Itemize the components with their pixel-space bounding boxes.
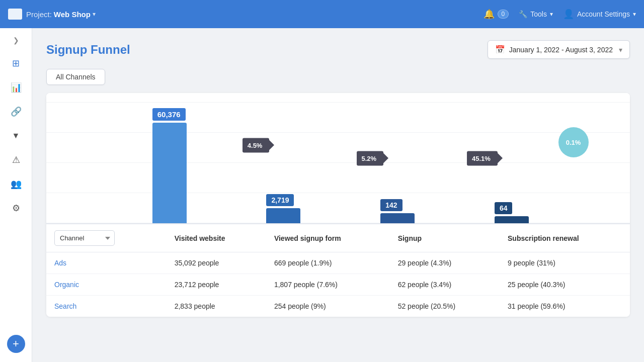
- tools-label: Tools: [530, 10, 547, 18]
- sidebar: ❯ ⊞ 📊 🔗 ▼ ⚠ 👥 ⚙ +: [0, 28, 32, 362]
- date-range-label: January 1, 2022 - August 3, 2022: [509, 46, 613, 54]
- project-selector[interactable]: Project: Web Shop ▾: [26, 10, 96, 19]
- filter-icon: ▼: [12, 131, 20, 140]
- all-channels-filter[interactable]: All Channels: [46, 69, 105, 85]
- table-row: Ads 35,092 people 669 people (1.9%) 29 p…: [46, 252, 630, 274]
- row-ads-channel[interactable]: Ads: [46, 252, 167, 274]
- row-search-visited: 2,833 people: [167, 296, 266, 317]
- sidebar-item-filter[interactable]: ▼: [5, 125, 27, 147]
- arrow-badge-1: 4.5%: [243, 138, 270, 152]
- renewal-header: Subscription renewal: [500, 224, 630, 252]
- account-dropdown-icon: ▾: [633, 11, 636, 18]
- notification-badge: 0: [498, 10, 509, 19]
- row-organic-viewed: 1,807 people (7.6%): [266, 274, 390, 296]
- funnel-col-3: 142 45.1%: [372, 93, 487, 223]
- sidebar-item-links[interactable]: 🔗: [5, 101, 27, 123]
- row-search-channel[interactable]: Search: [46, 296, 167, 317]
- gear-icon: ⚙: [12, 203, 20, 214]
- funnel-col-end: [601, 93, 630, 223]
- topnav-right: 🔔 0 🔧 Tools ▾ 👤 Account Settings ▾: [484, 9, 636, 20]
- links-icon: 🔗: [11, 106, 22, 117]
- col1-bar: [152, 123, 187, 223]
- users-icon: 👥: [11, 178, 22, 190]
- sidebar-item-dashboard[interactable]: ⊞: [5, 52, 27, 74]
- account-settings-button[interactable]: 👤 Account Settings ▾: [563, 9, 636, 20]
- arrow-tip-1: [269, 140, 274, 151]
- channel-column-header: Channel: [46, 224, 167, 252]
- topnav: Project: Web Shop ▾ 🔔 0 🔧 Tools ▾ 👤 Acco…: [0, 0, 644, 28]
- sidebar-item-users[interactable]: 👥: [5, 173, 27, 195]
- row-ads-viewed: 669 people (1.9%): [266, 252, 390, 274]
- tools-dropdown-icon: ▾: [550, 11, 553, 18]
- row-organic-visited: 23,712 people: [167, 274, 266, 296]
- funnel-col-empty: [46, 93, 144, 223]
- chevron-right-icon: ❯: [13, 36, 19, 44]
- funnel-col-4: 64 0.1%: [487, 93, 601, 223]
- wrench-icon: 🔧: [519, 10, 527, 18]
- funnel-col-2: 2,719 5.2%: [258, 93, 372, 223]
- tools-button[interactable]: 🔧 Tools ▾: [519, 10, 553, 18]
- funnel-table: Channel Visited website Viewed signup fo…: [46, 224, 630, 317]
- row-organic-channel[interactable]: Organic: [46, 274, 167, 296]
- arrow-tip-3: [497, 153, 503, 164]
- page-title: Signup Funnel: [46, 43, 130, 57]
- col2-value-label: 2,719: [266, 194, 294, 206]
- col4-bar: [495, 216, 529, 223]
- project-label: Project:: [26, 10, 52, 19]
- row-search-viewed: 254 people (9%): [266, 296, 390, 317]
- arrow-badge-2: 5.2%: [357, 151, 384, 165]
- table-row: Organic 23,712 people 1,807 people (7.6%…: [46, 274, 630, 296]
- signup-header: Signup: [390, 224, 500, 252]
- dashboard-icon: ⊞: [12, 58, 20, 69]
- col4-value-label: 64: [495, 202, 513, 214]
- bell-icon: 🔔: [484, 9, 495, 20]
- filter-bar: All Channels: [46, 69, 630, 85]
- analytics-icon: 📊: [11, 82, 22, 93]
- row-organic-renewal: 25 people (40.3%): [500, 274, 630, 296]
- layout: ❯ ⊞ 📊 🔗 ▼ ⚠ 👥 ⚙ + Signup Funnel: [0, 28, 644, 362]
- col3-value-label: 142: [380, 199, 402, 211]
- sidebar-item-settings[interactable]: ⚙: [5, 197, 27, 219]
- visited-website-header: Visited website: [167, 224, 266, 252]
- app-logo: [8, 9, 22, 20]
- row-ads-renewal: 9 people (31%): [500, 252, 630, 274]
- date-range-picker[interactable]: 📅 January 1, 2022 - August 3, 2022 ▾: [488, 40, 630, 59]
- main-content: Signup Funnel 📅 January 1, 2022 - August…: [32, 28, 644, 362]
- funnel-chart-card: 60,376 4.5% 2,719 5.: [46, 93, 630, 317]
- add-button[interactable]: +: [7, 335, 25, 353]
- viewed-signup-header: Viewed signup form: [266, 224, 390, 252]
- sidebar-item-warning[interactable]: ⚠: [5, 149, 27, 171]
- col3-bar: [380, 213, 415, 223]
- col2-bar: [266, 208, 300, 223]
- funnel-col-1: 60,376 4.5%: [144, 93, 259, 223]
- row-search-renewal: 31 people (59.6%): [500, 296, 630, 317]
- channel-select[interactable]: Channel: [54, 230, 115, 246]
- sidebar-toggle-button[interactable]: ❯: [9, 33, 23, 47]
- funnel-chart-area: 60,376 4.5% 2,719 5.: [46, 93, 630, 317]
- channel-select-wrap: Channel: [54, 230, 158, 246]
- table-row: Search 2,833 people 254 people (9%) 52 p…: [46, 296, 630, 317]
- warning-icon: ⚠: [12, 154, 20, 165]
- account-icon: 👤: [563, 9, 574, 20]
- page-header: Signup Funnel 📅 January 1, 2022 - August…: [46, 40, 630, 59]
- topnav-left: Project: Web Shop ▾: [8, 9, 96, 20]
- project-dropdown-icon: ▾: [93, 11, 96, 18]
- arrow-tip-2: [383, 153, 388, 164]
- row-search-signup: 52 people (20.5%): [390, 296, 500, 317]
- col1-value-label: 60,376: [152, 108, 186, 121]
- row-ads-signup: 29 people (4.3%): [390, 252, 500, 274]
- plus-icon: +: [13, 337, 19, 350]
- calendar-icon: 📅: [495, 45, 505, 54]
- sidebar-item-analytics[interactable]: 📊: [5, 76, 27, 99]
- project-name: Web Shop: [54, 10, 91, 19]
- date-dropdown-icon: ▾: [619, 46, 622, 54]
- row-organic-signup: 62 people (3.4%): [390, 274, 500, 296]
- arrow-badge-3: 45.1%: [467, 151, 498, 165]
- row-ads-visited: 35,092 people: [167, 252, 266, 274]
- circle-badge: 0.1%: [558, 127, 589, 157]
- notifications-button[interactable]: 🔔 0: [484, 9, 509, 20]
- account-label: Account Settings: [577, 10, 630, 18]
